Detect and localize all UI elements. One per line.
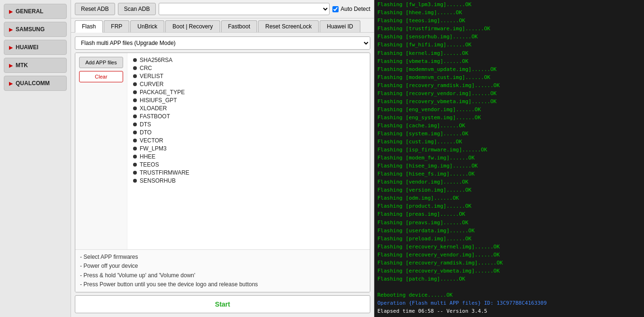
scan-adb-button[interactable]: Scan ADB (118, 3, 156, 15)
log-line: Flashing [fw_hifi.img]......OK (377, 41, 641, 49)
sidebar-item-label: MTK (16, 62, 28, 69)
bullet-icon (133, 106, 137, 110)
file-item-label: VERLIST (140, 73, 163, 79)
sidebar-item-samsung[interactable]: ▶SAMSUNG (4, 22, 67, 37)
sidebar-item-mtk[interactable]: ▶MTK (4, 58, 67, 73)
port-dropdown[interactable] (159, 3, 330, 15)
log-panel: Flashing [xloader.img]......OKFlashing [… (374, 0, 644, 317)
log-line: Flashing [userdata.img]......OK (377, 227, 641, 235)
log-line: Flashing [preload.img]......OK (377, 235, 641, 243)
sidebar-item-label: GENERAL (16, 8, 44, 15)
add-app-files-button[interactable]: Add APP files (79, 57, 123, 68)
list-item: PACKAGE_TYPE (133, 89, 364, 96)
auto-detect-wrap: Auto Detect (332, 6, 370, 12)
instruction-line: - Select APP firmwares (80, 253, 365, 262)
main-content: Reset ADB Scan ADB Auto Detect FlashFRPU… (71, 0, 374, 317)
bullet-icon (133, 139, 137, 142)
log-line: Flashing [recovery_ramdisk.img]......OK (377, 81, 641, 89)
arrow-icon: ▶ (9, 45, 13, 50)
bullet-icon (133, 82, 137, 86)
sidebar-item-label: HUAWEI (16, 44, 38, 51)
panel-area: Add APP files Clear SHA256RSACRCVERLISTC… (75, 53, 370, 292)
clear-button[interactable]: Clear (79, 71, 123, 82)
log-line: Flashing [version.img]......OK (377, 186, 641, 194)
file-item-label: XLOADER (140, 105, 167, 112)
sidebar-item-label: SAMSUNG (16, 26, 45, 33)
bullet-icon (133, 114, 137, 118)
tab-frp[interactable]: FRP (104, 20, 129, 32)
file-item-label: CURVER (140, 81, 163, 88)
file-item-label: DTO (140, 129, 152, 136)
log-line (377, 283, 641, 291)
tab-boot_recovery[interactable]: Boot | Recovery (165, 20, 220, 32)
sidebar: ▶GENERAL▶SAMSUNG▶HUAWEI▶MTK▶QUALCOMM (0, 0, 71, 317)
log-line: Flashing [cust.img]......OK (377, 138, 641, 146)
sidebar-item-qualcomm[interactable]: ▶QUALCOMM (4, 76, 67, 91)
list-item: CRC (133, 65, 364, 71)
log-line: Flashing [modemnvm_update.img]......OK (377, 65, 641, 73)
file-item-label: CRC (140, 65, 152, 71)
mode-select[interactable]: Flash multi APP files (Upgrade Mode)Flas… (75, 37, 370, 49)
file-item-label: DTS (140, 121, 151, 128)
file-item-label: SENSORHUB (140, 177, 176, 184)
list-item: DTS (133, 121, 364, 128)
sidebar-item-general[interactable]: ▶GENERAL (4, 4, 67, 19)
reset-adb-button[interactable]: Reset ADB (75, 3, 115, 15)
list-item: TRUSTFIRMWARE (133, 169, 364, 176)
log-line: Flashing [hisee_img.img]......OK (377, 162, 641, 170)
tab-fastboot[interactable]: Fastboot (221, 20, 258, 32)
list-item: VERLIST (133, 73, 364, 79)
file-item-label: SHA256RSA (140, 57, 172, 63)
arrow-icon: ▶ (9, 9, 13, 14)
log-line: Flashing [vendor.img]......OK (377, 178, 641, 186)
list-item: VECTOR (133, 137, 364, 144)
list-item: SENSORHUB (133, 177, 364, 184)
log-line: Flashing [recovery_vbmeta.img]......OK (377, 97, 641, 106)
list-item: DTO (133, 129, 364, 136)
file-item-label: HHEE (140, 153, 155, 160)
log-line: Flashing [trustfirmware.img]......OK (377, 25, 641, 33)
log-line: Flashing [hisee_fs.img]......OK (377, 170, 641, 178)
bullet-icon (133, 155, 137, 158)
bullet-icon (133, 90, 137, 94)
log-line: Elapsed time 06:58 -- Version 3.4.5 (377, 307, 641, 315)
list-item: TEEOS (133, 161, 364, 168)
start-button[interactable]: Start (75, 295, 370, 313)
file-buttons: Add APP files Clear (75, 53, 127, 249)
auto-detect-checkbox[interactable] (332, 6, 339, 12)
auto-detect-label: Auto Detect (340, 6, 370, 12)
file-item-label: HISIUFS_GPT (140, 97, 177, 104)
file-item-label: VECTOR (140, 137, 163, 144)
log-line: Flashing [hhee.img]......OK (377, 9, 641, 17)
bullet-icon (133, 66, 137, 70)
tab-huawei_id[interactable]: Huawei ID (320, 20, 360, 32)
tab-flash[interactable]: Flash (75, 20, 103, 33)
tab-reset_screenlock[interactable]: Reset ScreenLock (258, 20, 319, 32)
sidebar-item-huawei[interactable]: ▶HUAWEI (4, 40, 67, 55)
tab-unbrick[interactable]: UnBrick (130, 20, 164, 32)
log-line: Flashing [teeos.img]......OK (377, 17, 641, 25)
list-item: FASTBOOT (133, 113, 364, 120)
instruction-line: - Press & hold 'Volume up' and 'Volume d… (80, 271, 365, 280)
log-line: Flashing [preas.img]......OK (377, 210, 641, 218)
bullet-icon (133, 163, 137, 167)
log-line: Rebooting device......OK (377, 291, 641, 299)
instructions: - Select APP firmwares- Power off your d… (75, 249, 370, 292)
file-item-label: TEEOS (140, 161, 159, 168)
file-panel: Add APP files Clear SHA256RSACRCVERLISTC… (75, 53, 370, 249)
arrow-icon: ▶ (9, 27, 13, 32)
file-item-label: FW_LPM3 (140, 145, 167, 152)
log-line: Flashing [eng_vendor.img]......OK (377, 106, 641, 114)
log-line: Flashing [erecovery_vendor.img]......OK (377, 251, 641, 259)
bullet-icon (133, 147, 137, 150)
log-line: Flashing [sensorhub.img]......OK (377, 33, 641, 41)
list-item: CURVER (133, 81, 364, 88)
log-line: Flashing [kernel.img]......OK (377, 49, 641, 57)
top-toolbar: Reset ADB Scan ADB Auto Detect (71, 0, 374, 18)
log-line: Flashing [odm.img]......OK (377, 194, 641, 202)
log-line: Flashing [product.img]......OK (377, 202, 641, 210)
log-line: Flashing [patch.img]......OK (377, 275, 641, 283)
bullet-icon (133, 179, 137, 183)
bullet-icon (133, 131, 137, 134)
list-item: FW_LPM3 (133, 145, 364, 152)
